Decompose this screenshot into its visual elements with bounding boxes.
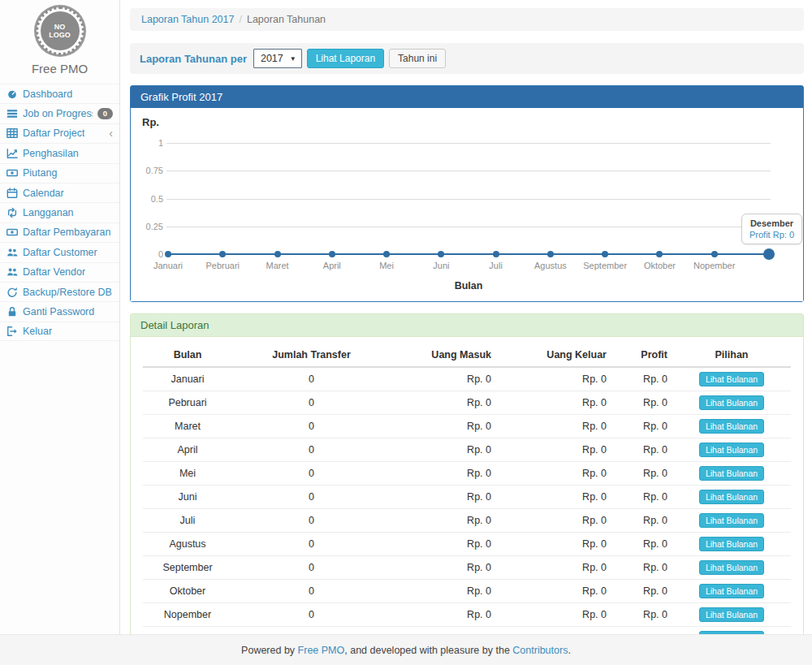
data-point-desember[interactable]: [763, 248, 775, 260]
data-point-september[interactable]: [602, 251, 608, 257]
sidebar-item-dashboard[interactable]: Dashboard: [0, 84, 119, 103]
sidebar-item-job-on-progress[interactable]: Job on Progress0: [0, 103, 119, 123]
footer: Powered by Free PMO, and developed with …: [0, 634, 812, 665]
list-icon: [6, 108, 18, 119]
data-point-juni[interactable]: [438, 251, 444, 257]
report-filter-bar: Laporan Tahunan per 2017 ▼ Lihat Laporan…: [130, 43, 804, 74]
main-content: Laporan Tahun 2017/Laporan Tahunan Lapor…: [120, 0, 812, 634]
view-monthly-button[interactable]: Lihat Bulanan: [699, 584, 764, 598]
cell-bulan: Juni: [143, 486, 232, 509]
sidebar-item-label: Job on Progress: [23, 108, 93, 119]
tooltip-value: Profit Rp: 0: [749, 230, 794, 240]
sidebar-item-label: Backup/Restore DB: [23, 287, 112, 298]
cell-uang-masuk: Rp. 0: [391, 509, 496, 533]
cell-uang-masuk: Rp. 0: [391, 438, 496, 462]
cell-uang-masuk: Rp. 0: [391, 486, 496, 509]
count-badge: 0: [97, 108, 113, 119]
data-point-maret[interactable]: [274, 251, 281, 257]
cell-pilihan: Lihat Bulanan: [672, 603, 791, 627]
breadcrumb-link[interactable]: Laporan Tahun 2017: [141, 14, 234, 25]
view-monthly-button[interactable]: Lihat Bulanan: [699, 466, 764, 481]
data-point-mei[interactable]: [383, 251, 390, 257]
cell-uang-keluar: Rp. 0: [496, 603, 611, 627]
sidebar-item-piutang[interactable]: Piutang: [0, 163, 119, 183]
users-icon: [6, 247, 18, 258]
cell-pilihan: Lihat Bulanan: [672, 438, 791, 462]
cell-pilihan: Lihat Bulanan: [672, 556, 791, 580]
data-point-agustus[interactable]: [547, 251, 554, 257]
sidebar-item-calendar[interactable]: Calendar: [0, 183, 119, 202]
cell-pilihan: Lihat Bulanan: [672, 462, 791, 486]
cell-bulan: Januari: [143, 367, 232, 391]
cell-uang-keluar: Rp. 0: [496, 367, 611, 391]
data-point-april[interactable]: [329, 251, 335, 257]
cell-pilihan: Lihat Bulanan: [672, 391, 791, 415]
view-monthly-button[interactable]: Lihat Bulanan: [699, 419, 764, 434]
line-chart-icon: [6, 148, 18, 159]
footer-link-contributors[interactable]: Contributors: [512, 645, 568, 656]
view-monthly-button[interactable]: Lihat Bulanan: [699, 372, 764, 386]
cell-pilihan: Lihat Bulanan: [672, 580, 791, 603]
money-icon: [6, 227, 18, 238]
cell-uang-keluar: Rp. 0: [496, 533, 611, 556]
view-monthly-button[interactable]: Lihat Bulanan: [699, 560, 764, 575]
table-row: Januari0Rp. 0Rp. 0Rp. 0Lihat Bulanan: [143, 367, 791, 391]
cell-uang-masuk: Rp. 0: [391, 391, 496, 415]
view-report-button[interactable]: Lihat Laporan: [307, 49, 384, 68]
cell-bulan: Oktober: [143, 580, 232, 603]
cell-pilihan: Lihat Bulanan: [672, 486, 791, 509]
sidebar-item-ganti-password[interactable]: Ganti Password: [0, 301, 119, 321]
sidebar-menu: DashboardJob on Progress0Daftar Project‹…: [0, 84, 119, 341]
sidebar: NOLOGO Free PMO DashboardJob on Progress…: [0, 0, 120, 634]
data-point-pebruari[interactable]: [219, 251, 226, 257]
view-monthly-button[interactable]: Lihat Bulanan: [699, 443, 764, 457]
cell-uang-keluar: Rp. 0: [496, 580, 611, 603]
table-body: Januari0Rp. 0Rp. 0Rp. 0Lihat BulananPebr…: [143, 367, 791, 665]
y-tick-label: 0.75: [131, 166, 163, 175]
year-select-value: 2017: [261, 53, 283, 64]
y-tick-label: 1: [131, 138, 163, 148]
sidebar-item-langganan[interactable]: Langganan: [0, 202, 119, 222]
cell-bulan: Agustus: [143, 533, 232, 556]
filter-label: Laporan Tahunan per: [140, 53, 247, 65]
column-header-bulan: Bulan: [143, 343, 232, 367]
cell-jumlah-transfer: 0: [232, 580, 391, 603]
data-point-januari[interactable]: [165, 251, 171, 257]
sidebar-item-backup-restore-db[interactable]: Backup/Restore DB: [0, 282, 119, 301]
cell-pilihan: Lihat Bulanan: [672, 509, 791, 533]
sidebar-item-daftar-project[interactable]: Daftar Project‹: [0, 123, 119, 143]
sidebar-item-daftar-vendor[interactable]: Daftar Vendor: [0, 262, 119, 282]
cell-jumlah-transfer: 0: [232, 603, 391, 627]
sidebar-item-daftar-customer[interactable]: Daftar Customer: [0, 242, 119, 261]
cell-uang-keluar: Rp. 0: [496, 438, 611, 462]
sidebar-item-label: Ganti Password: [23, 306, 94, 317]
year-select[interactable]: 2017 ▼: [253, 49, 302, 68]
brand-name: Free PMO: [0, 62, 119, 76]
this-year-button[interactable]: Tahun ini: [389, 49, 446, 68]
view-monthly-button[interactable]: Lihat Bulanan: [699, 537, 764, 551]
data-point-juli[interactable]: [493, 251, 499, 257]
view-monthly-button[interactable]: Lihat Bulanan: [699, 607, 764, 622]
cell-profit: Rp. 0: [611, 367, 672, 391]
view-monthly-button[interactable]: Lihat Bulanan: [699, 513, 764, 528]
cell-jumlah-transfer: 0: [232, 486, 391, 509]
sidebar-item-daftar-pembayaran[interactable]: Daftar Pembayaran: [0, 222, 119, 242]
cell-profit: Rp. 0: [611, 415, 672, 438]
view-monthly-button[interactable]: Lihat Bulanan: [699, 490, 764, 504]
cell-profit: Rp. 0: [611, 556, 672, 580]
chevron-down-icon: ▼: [290, 55, 296, 63]
cell-profit: Rp. 0: [611, 391, 672, 415]
cell-profit: Rp. 0: [611, 580, 672, 603]
footer-link-freepmo[interactable]: Free PMO: [298, 645, 345, 656]
view-monthly-button[interactable]: Lihat Bulanan: [699, 395, 764, 410]
data-point-oktober[interactable]: [656, 251, 663, 257]
gridline: [166, 171, 771, 171]
sidebar-item-label: Piutang: [23, 167, 57, 179]
sidebar-item-label: Daftar Pembayaran: [23, 227, 110, 238]
sidebar-item-penghasilan[interactable]: Penghasilan: [0, 143, 119, 162]
data-point-nopember[interactable]: [711, 251, 718, 257]
sidebar-item-keluar[interactable]: Keluar: [0, 322, 119, 341]
column-header-uang-keluar: Uang Keluar: [496, 343, 611, 367]
column-header-profit: Profit: [611, 343, 672, 367]
table-row: Maret0Rp. 0Rp. 0Rp. 0Lihat Bulanan: [143, 415, 791, 438]
